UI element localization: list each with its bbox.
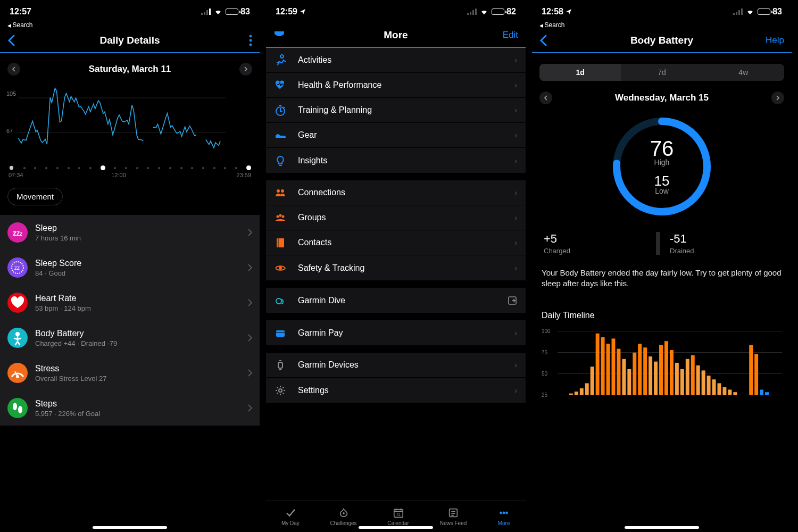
svg-point-6	[250, 44, 252, 46]
chevron-right-icon: ›	[514, 131, 517, 139]
menu-item-contacts[interactable]: Contacts›	[266, 230, 526, 255]
chevron-right-icon	[248, 299, 252, 306]
menu-item-garmin-devices[interactable]: Garmin Devices›	[266, 353, 526, 378]
svg-rect-76	[718, 383, 721, 395]
tab-challenges[interactable]: Challenges	[330, 507, 357, 526]
svg-rect-60	[633, 352, 636, 394]
menu-item-settings[interactable]: Settings›	[266, 378, 526, 403]
svg-rect-59	[627, 369, 631, 395]
nav-back[interactable]	[7, 35, 36, 46]
metric-row-steps[interactable]: Steps5,957 · 226% of Goal	[0, 390, 260, 426]
menu-item-garmin-pay[interactable]: Garmin Pay›	[266, 320, 526, 345]
y-tick-hi: 105	[6, 90, 16, 97]
timeline-chart[interactable]: 100755025	[542, 326, 782, 405]
menu-item-connections[interactable]: Connections›	[266, 180, 526, 205]
tab-news-feed[interactable]: News Feed	[440, 507, 467, 526]
back-to-search[interactable]: Search	[0, 21, 260, 29]
svg-rect-74	[707, 376, 711, 395]
prev-day-button[interactable]	[7, 63, 20, 76]
heart-icon	[7, 293, 28, 313]
menu-item-activities[interactable]: Activities›	[266, 48, 526, 73]
tab-more[interactable]: More	[497, 507, 510, 526]
menu-item-label: Training & Planning	[298, 105, 503, 115]
nav-back[interactable]	[539, 35, 568, 46]
svg-rect-2	[206, 10, 208, 15]
chevron-right-icon: ›	[514, 329, 517, 337]
menu-item-health-performance[interactable]: Health & Performance›	[266, 73, 526, 98]
home-indicator[interactable]	[93, 526, 167, 529]
menu-item-gear[interactable]: Gear›	[266, 123, 526, 148]
heart-rate-chart[interactable]: 105 67	[7, 82, 252, 162]
people-icon	[275, 187, 286, 198]
nav-inbox[interactable]	[273, 30, 302, 40]
chevron-right-icon	[248, 264, 252, 271]
menu-item-groups[interactable]: Groups›	[266, 205, 526, 230]
back-to-search[interactable]: Search	[532, 21, 792, 29]
seg-7d[interactable]: 7d	[621, 64, 702, 81]
body-icon	[7, 328, 28, 348]
next-day-button[interactable]	[239, 63, 252, 76]
menu-group: Garmin Devices›Settings›	[266, 353, 526, 403]
metric-row-heart-rate[interactable]: Heart Rate53 bpm · 124 bpm	[0, 285, 260, 320]
metric-row-sleep[interactable]: zZzSleep7 hours 16 min	[0, 215, 260, 250]
tab-label: Calendar	[387, 520, 409, 526]
metric-subtitle: 84 · Good	[35, 269, 240, 277]
metric-title: Stress	[35, 364, 240, 373]
chevron-right-icon	[248, 404, 252, 412]
open-external-icon	[508, 296, 517, 305]
svg-rect-58	[622, 359, 626, 394]
svg-point-41	[505, 511, 508, 514]
home-indicator[interactable]	[359, 526, 433, 529]
metric-subtitle: 7 hours 16 min	[35, 234, 240, 242]
chevron-right-icon: ›	[514, 386, 517, 395]
seg-4w[interactable]: 4w	[703, 64, 784, 81]
svg-point-39	[500, 511, 502, 514]
metric-row-sleep-score[interactable]: zzSleep Score84 · Good	[0, 250, 260, 285]
svg-text:zZz: zZz	[13, 229, 22, 237]
menu-item-garmin-dive[interactable]: Garmin Dive	[266, 288, 526, 313]
chevron-right-icon	[248, 229, 252, 236]
svg-rect-69	[680, 369, 684, 395]
menu-item-training-planning[interactable]: Training & Planning›	[266, 98, 526, 123]
svg-rect-53	[596, 333, 600, 394]
battery-icon: 83	[226, 7, 250, 16]
home-indicator[interactable]	[625, 526, 699, 529]
chevron-right-icon: ›	[514, 264, 517, 272]
svg-point-35	[343, 512, 345, 514]
next-day-button[interactable]	[771, 92, 784, 104]
svg-point-25	[282, 215, 285, 218]
menu-item-insights[interactable]: Insights›	[266, 148, 526, 173]
svg-rect-27	[278, 238, 279, 247]
tab-label: My Day	[281, 520, 300, 526]
tab-my-day[interactable]: My Day	[281, 507, 300, 526]
body-battery-ring: 76 High 15 Low	[611, 116, 712, 217]
more-menu-list: Activities›Health & Performance›Training…	[266, 48, 526, 500]
nav-menu[interactable]	[223, 35, 252, 46]
chevron-right-icon: ›	[514, 213, 517, 222]
chevron-left-icon	[7, 35, 15, 46]
prev-day-button[interactable]	[539, 92, 552, 104]
svg-point-15	[18, 406, 22, 413]
low-label: Low	[655, 187, 669, 195]
menu-item-safety-tracking[interactable]: Safety & Tracking›	[266, 255, 526, 280]
metric-row-stress[interactable]: StressOverall Stress Level 27	[0, 355, 260, 390]
svg-rect-73	[702, 370, 705, 395]
movement-filter-pill[interactable]: Movement	[7, 188, 63, 205]
metric-row-body-battery[interactable]: Body BatteryCharged +44 · Drained -79	[0, 320, 260, 355]
svg-rect-52	[591, 367, 594, 395]
seg-1d[interactable]: 1d	[539, 64, 621, 81]
alarm-icon	[9, 165, 14, 171]
drained-label: Drained	[670, 247, 780, 255]
metric-title: Body Battery	[35, 329, 240, 338]
svg-rect-68	[675, 363, 679, 395]
chevron-right-icon: ›	[514, 361, 517, 369]
selected-date: Saturday, March 11	[89, 64, 171, 74]
edit-button[interactable]: Edit	[503, 30, 518, 40]
tab-label: Challenges	[330, 520, 357, 526]
svg-point-24	[279, 214, 282, 217]
svg-rect-72	[696, 365, 700, 394]
tab-icon	[497, 507, 510, 519]
chevron-right-icon	[248, 369, 252, 377]
tab-calendar[interactable]: 31Calendar	[387, 507, 409, 526]
help-button[interactable]: Help	[766, 35, 784, 46]
